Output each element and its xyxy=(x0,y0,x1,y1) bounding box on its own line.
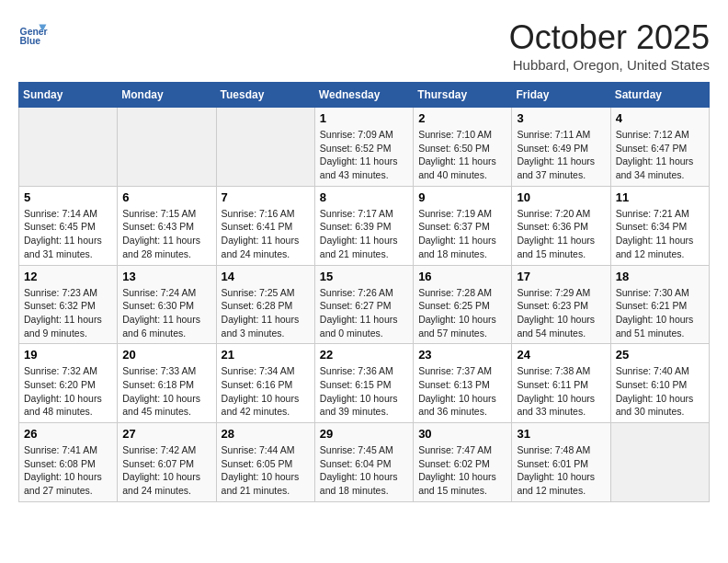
calendar-cell: 31Sunrise: 7:48 AMSunset: 6:01 PMDayligh… xyxy=(512,423,610,502)
calendar-cell xyxy=(118,108,216,187)
day-content: Sunrise: 7:21 AMSunset: 6:34 PMDaylight:… xyxy=(616,207,704,261)
day-content: Sunrise: 7:09 AMSunset: 6:52 PMDaylight:… xyxy=(320,128,408,182)
logo-icon: General Blue xyxy=(18,18,48,48)
day-number: 7 xyxy=(222,190,310,204)
calendar-table: SundayMondayTuesdayWednesdayThursdayFrid… xyxy=(18,82,710,502)
day-number: 17 xyxy=(517,270,605,283)
day-number: 6 xyxy=(122,190,210,204)
day-number: 26 xyxy=(24,427,112,441)
day-content: Sunrise: 7:28 AMSunset: 6:25 PMDaylight:… xyxy=(418,286,506,340)
day-content: Sunrise: 7:15 AMSunset: 6:43 PMDaylight:… xyxy=(122,207,210,261)
calendar-cell: 6Sunrise: 7:15 AMSunset: 6:43 PMDaylight… xyxy=(118,186,216,265)
day-content: Sunrise: 7:38 AMSunset: 6:11 PMDaylight:… xyxy=(517,364,605,419)
day-number: 23 xyxy=(418,348,506,362)
column-header-tuesday: Tuesday xyxy=(216,83,314,108)
column-header-wednesday: Wednesday xyxy=(314,83,413,108)
calendar-cell: 30Sunrise: 7:47 AMSunset: 6:02 PMDayligh… xyxy=(414,423,512,502)
day-number: 20 xyxy=(122,348,210,362)
day-number: 14 xyxy=(222,270,310,283)
calendar-cell xyxy=(19,108,118,187)
day-number: 18 xyxy=(616,270,704,283)
day-number: 9 xyxy=(418,190,506,204)
day-number: 5 xyxy=(24,190,112,204)
calendar-cell xyxy=(610,423,709,502)
day-content: Sunrise: 7:17 AMSunset: 6:39 PMDaylight:… xyxy=(320,207,408,261)
day-number: 10 xyxy=(517,190,605,204)
calendar-cell: 11Sunrise: 7:21 AMSunset: 6:34 PMDayligh… xyxy=(610,186,709,265)
day-content: Sunrise: 7:11 AMSunset: 6:49 PMDaylight:… xyxy=(517,128,605,182)
calendar-cell: 10Sunrise: 7:20 AMSunset: 6:36 PMDayligh… xyxy=(512,186,610,265)
logo: General Blue xyxy=(18,18,48,48)
day-content: Sunrise: 7:12 AMSunset: 6:47 PMDaylight:… xyxy=(616,128,704,182)
day-content: Sunrise: 7:44 AMSunset: 6:05 PMDaylight:… xyxy=(222,443,310,498)
day-number: 3 xyxy=(517,111,605,125)
location: Hubbard, Oregon, United States xyxy=(509,57,710,73)
day-number: 29 xyxy=(320,427,408,441)
calendar-cell: 14Sunrise: 7:25 AMSunset: 6:28 PMDayligh… xyxy=(216,265,314,344)
month-title: October 2025 xyxy=(509,18,710,57)
day-number: 27 xyxy=(122,427,210,441)
day-content: Sunrise: 7:40 AMSunset: 6:10 PMDaylight:… xyxy=(616,364,704,419)
column-header-saturday: Saturday xyxy=(610,83,709,108)
day-content: Sunrise: 7:48 AMSunset: 6:01 PMDaylight:… xyxy=(517,443,605,498)
calendar-week-row: 1Sunrise: 7:09 AMSunset: 6:52 PMDaylight… xyxy=(19,108,710,187)
calendar-cell xyxy=(216,108,314,187)
day-content: Sunrise: 7:25 AMSunset: 6:28 PMDaylight:… xyxy=(222,286,310,340)
day-content: Sunrise: 7:14 AMSunset: 6:45 PMDaylight:… xyxy=(24,207,112,261)
calendar-cell: 9Sunrise: 7:19 AMSunset: 6:37 PMDaylight… xyxy=(414,186,512,265)
day-number: 19 xyxy=(24,348,112,362)
day-number: 1 xyxy=(320,111,408,125)
calendar-cell: 5Sunrise: 7:14 AMSunset: 6:45 PMDaylight… xyxy=(19,186,118,265)
day-number: 13 xyxy=(122,270,210,283)
day-content: Sunrise: 7:41 AMSunset: 6:08 PMDaylight:… xyxy=(24,443,112,498)
calendar-cell: 15Sunrise: 7:26 AMSunset: 6:27 PMDayligh… xyxy=(314,265,413,344)
page-header: General Blue October 2025 Hubbard, Orego… xyxy=(18,18,710,73)
column-header-sunday: Sunday xyxy=(19,83,118,108)
calendar-cell: 2Sunrise: 7:10 AMSunset: 6:50 PMDaylight… xyxy=(414,108,512,187)
calendar-cell: 23Sunrise: 7:37 AMSunset: 6:13 PMDayligh… xyxy=(414,344,512,423)
calendar-cell: 1Sunrise: 7:09 AMSunset: 6:52 PMDaylight… xyxy=(314,108,413,187)
calendar-cell: 18Sunrise: 7:30 AMSunset: 6:21 PMDayligh… xyxy=(610,265,709,344)
calendar-week-row: 12Sunrise: 7:23 AMSunset: 6:32 PMDayligh… xyxy=(19,265,710,344)
calendar-cell: 29Sunrise: 7:45 AMSunset: 6:04 PMDayligh… xyxy=(314,423,413,502)
day-content: Sunrise: 7:33 AMSunset: 6:18 PMDaylight:… xyxy=(122,364,210,419)
calendar-cell: 20Sunrise: 7:33 AMSunset: 6:18 PMDayligh… xyxy=(118,344,216,423)
day-content: Sunrise: 7:37 AMSunset: 6:13 PMDaylight:… xyxy=(418,364,506,419)
calendar-header-row: SundayMondayTuesdayWednesdayThursdayFrid… xyxy=(19,83,710,108)
day-content: Sunrise: 7:42 AMSunset: 6:07 PMDaylight:… xyxy=(122,443,210,498)
day-content: Sunrise: 7:32 AMSunset: 6:20 PMDaylight:… xyxy=(24,364,112,419)
column-header-friday: Friday xyxy=(512,83,610,108)
svg-text:Blue: Blue xyxy=(20,36,41,46)
calendar-cell: 26Sunrise: 7:41 AMSunset: 6:08 PMDayligh… xyxy=(19,423,118,502)
day-content: Sunrise: 7:24 AMSunset: 6:30 PMDaylight:… xyxy=(122,286,210,340)
day-number: 2 xyxy=(418,111,506,125)
day-number: 12 xyxy=(24,270,112,283)
day-number: 4 xyxy=(616,111,704,125)
day-number: 22 xyxy=(320,348,408,362)
calendar-cell: 16Sunrise: 7:28 AMSunset: 6:25 PMDayligh… xyxy=(414,265,512,344)
calendar-cell: 12Sunrise: 7:23 AMSunset: 6:32 PMDayligh… xyxy=(19,265,118,344)
day-number: 16 xyxy=(418,270,506,283)
day-number: 8 xyxy=(320,190,408,204)
day-content: Sunrise: 7:23 AMSunset: 6:32 PMDaylight:… xyxy=(24,286,112,340)
day-content: Sunrise: 7:20 AMSunset: 6:36 PMDaylight:… xyxy=(517,207,605,261)
day-number: 25 xyxy=(616,348,704,362)
calendar-cell: 7Sunrise: 7:16 AMSunset: 6:41 PMDaylight… xyxy=(216,186,314,265)
calendar-week-row: 19Sunrise: 7:32 AMSunset: 6:20 PMDayligh… xyxy=(19,344,710,423)
calendar-week-row: 26Sunrise: 7:41 AMSunset: 6:08 PMDayligh… xyxy=(19,423,710,502)
day-content: Sunrise: 7:36 AMSunset: 6:15 PMDaylight:… xyxy=(320,364,408,419)
day-content: Sunrise: 7:45 AMSunset: 6:04 PMDaylight:… xyxy=(320,443,408,498)
calendar-cell: 25Sunrise: 7:40 AMSunset: 6:10 PMDayligh… xyxy=(610,344,709,423)
day-number: 24 xyxy=(517,348,605,362)
day-number: 28 xyxy=(222,427,310,441)
day-number: 15 xyxy=(320,270,408,283)
calendar-cell: 21Sunrise: 7:34 AMSunset: 6:16 PMDayligh… xyxy=(216,344,314,423)
day-number: 30 xyxy=(418,427,506,441)
calendar-cell: 28Sunrise: 7:44 AMSunset: 6:05 PMDayligh… xyxy=(216,423,314,502)
day-number: 11 xyxy=(616,190,704,204)
column-header-thursday: Thursday xyxy=(414,83,512,108)
day-content: Sunrise: 7:19 AMSunset: 6:37 PMDaylight:… xyxy=(418,207,506,261)
day-content: Sunrise: 7:47 AMSunset: 6:02 PMDaylight:… xyxy=(418,443,506,498)
calendar-cell: 4Sunrise: 7:12 AMSunset: 6:47 PMDaylight… xyxy=(610,108,709,187)
day-content: Sunrise: 7:26 AMSunset: 6:27 PMDaylight:… xyxy=(320,286,408,340)
